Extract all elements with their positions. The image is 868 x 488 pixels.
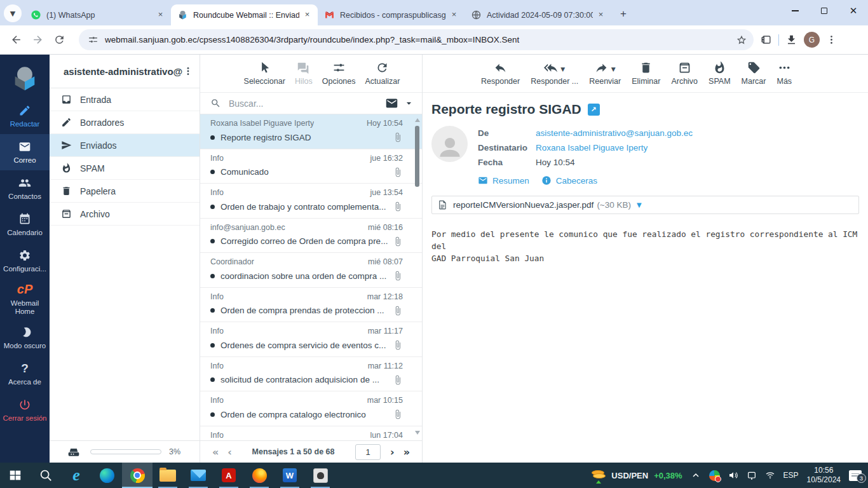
reload-icon[interactable]	[48, 29, 70, 51]
last-page-icon[interactable]: »	[399, 446, 414, 458]
taskbar-app[interactable]	[305, 463, 336, 488]
prev-page-icon[interactable]: ‹	[223, 446, 236, 458]
sidebar-item[interactable]: cP Webmail Home	[0, 279, 50, 320]
sidebar-item[interactable]: Modo oscuro	[0, 320, 50, 356]
folder-item[interactable]: Entrada	[50, 88, 200, 111]
notification-center-icon[interactable]: 3	[849, 470, 862, 481]
list-toolbar-button[interactable]: Actualizar	[365, 61, 400, 86]
header-value-to[interactable]: Roxana Isabel Piguave Iperty	[536, 143, 648, 152]
taskbar-app[interactable]	[183, 463, 214, 488]
omnibox[interactable]: webmail.sanjuan.gob.ec/cpsess1408826304/…	[79, 29, 754, 50]
site-settings-icon[interactable]	[88, 34, 98, 45]
forward-icon[interactable]	[27, 29, 48, 51]
header-value-from[interactable]: asistente-administrativo@sanjuan.gob.ec	[536, 128, 693, 138]
dropdown-caret-icon[interactable]: ▼	[611, 66, 616, 72]
browser-menu-icon[interactable]	[826, 34, 837, 45]
browser-tab[interactable]: Actividad 2024-05-09 07:30:00 ×	[465, 4, 611, 25]
display-device-icon[interactable]	[747, 470, 757, 480]
sidebar-item[interactable]: Calendario	[0, 207, 50, 243]
sidebar-item[interactable]: Contactos	[0, 170, 50, 207]
search-scope-envelope-icon[interactable]	[385, 97, 398, 110]
headers-link[interactable]: Cabeceras	[541, 175, 597, 186]
download-icon[interactable]	[785, 34, 797, 46]
message-row[interactable]: Info mar 11:17 Ordenes de compra servici…	[200, 322, 422, 357]
sidebar-item[interactable]: Redactar	[0, 98, 50, 134]
message-toolbar-button[interactable]: ▼ Responder	[481, 61, 520, 86]
browser-tab[interactable]: Roundcube Webmail :: Enviados ×	[171, 4, 318, 25]
tab-close-icon[interactable]: ×	[595, 10, 606, 20]
message-row[interactable]: Info jue 13:54 Orden de trabajo y contra…	[200, 184, 422, 219]
sidebar-item[interactable]: Cerrar sesión	[0, 392, 50, 428]
folder-item[interactable]: Borradores	[50, 111, 200, 134]
folder-menu-icon[interactable]	[183, 66, 193, 76]
message-toolbar-button[interactable]: ▼ Más	[776, 61, 792, 86]
attachment-name[interactable]: reporteICMVersionNueva2.jasper.pdf	[453, 200, 593, 210]
search-input[interactable]	[229, 98, 385, 109]
message-toolbar-button[interactable]: ▼ Responder ...	[531, 61, 578, 86]
taskbar-app[interactable]	[244, 463, 275, 488]
scrollbar-thumb[interactable]	[415, 126, 419, 187]
currency-ticker[interactable]: USD/PEN +0,38%	[592, 469, 682, 482]
tab-close-icon[interactable]: ×	[302, 10, 313, 20]
tab-close-icon[interactable]: ×	[155, 10, 166, 20]
message-row[interactable]: Coordinador mié 08:07 coordinacion sobre…	[200, 253, 422, 288]
taskbar-app[interactable]: e	[61, 463, 92, 488]
side-panel-icon[interactable]	[760, 34, 772, 46]
folder-item[interactable]: SPAM	[50, 157, 200, 180]
dropdown-caret-icon[interactable]: ▼	[560, 66, 565, 72]
back-icon[interactable]	[5, 29, 27, 51]
taskbar-app[interactable]: A	[214, 463, 244, 488]
close-button[interactable]: ✕	[839, 0, 868, 22]
message-row[interactable]: Roxana Isabel Piguave Iperty Hoy 10:54 R…	[200, 114, 422, 149]
profile-avatar[interactable]: G	[804, 32, 820, 48]
sidebar-item[interactable]: ? Acerca de	[0, 356, 50, 392]
message-row[interactable]: info@sanjuan.gob.ec mié 08:16 Corregido …	[200, 219, 422, 254]
message-row[interactable]: Info jue 16:32 Comunicado	[200, 149, 422, 184]
url-text[interactable]: webmail.sanjuan.gob.ec/cpsess1408826304/…	[105, 35, 736, 44]
folder-item[interactable]: Enviados	[50, 134, 200, 157]
message-toolbar-button[interactable]: ▼ Marcar	[742, 61, 766, 86]
message-toolbar-button[interactable]: ▼ SPAM	[709, 61, 731, 86]
message-row[interactable]: Info mar 12:18 Orden de compra prendas d…	[200, 288, 422, 323]
page-number-input[interactable]	[355, 444, 381, 460]
next-page-icon[interactable]: ›	[386, 446, 399, 458]
list-scrollbar[interactable]	[414, 116, 421, 437]
list-toolbar-button[interactable]: Seleccionar	[244, 61, 285, 86]
tray-expand-chevron-icon[interactable]	[691, 470, 701, 480]
browser-tab[interactable]: Recibidos - compraspublicasga ×	[318, 4, 465, 25]
attachment-menu-caret-icon[interactable]: ▼	[637, 201, 642, 208]
scroll-up-icon[interactable]	[415, 118, 420, 122]
summary-link[interactable]: Resumen	[478, 175, 529, 186]
first-page-icon[interactable]: «	[208, 446, 223, 458]
taskbar-app[interactable]	[31, 463, 61, 488]
folder-item[interactable]: Archivo	[50, 203, 200, 226]
message-toolbar-button[interactable]: ▼ Reenviar	[589, 61, 621, 86]
taskbar-clock[interactable]: 10:56 10/5/2024	[807, 466, 841, 485]
maximize-button[interactable]	[810, 0, 839, 22]
message-row[interactable]: Info mar 10:15 Orden de compra catalogo …	[200, 391, 422, 426]
taskbar-app[interactable]: W	[275, 463, 305, 488]
tab-search-caret-icon[interactable]: ▼	[4, 4, 22, 22]
keyboard-language[interactable]: ESP	[783, 471, 799, 480]
folder-item[interactable]: Papelera	[50, 180, 200, 203]
bookmark-star-icon[interactable]	[736, 34, 747, 46]
message-row[interactable]: Info lun 17:04	[200, 426, 422, 441]
taskbar-app[interactable]	[0, 463, 31, 488]
list-toolbar-button[interactable]: Hilos	[295, 61, 313, 86]
sidebar-item[interactable]: Correo	[0, 134, 50, 170]
taskbar-app[interactable]	[92, 463, 122, 488]
scroll-down-icon[interactable]	[415, 431, 420, 435]
taskbar-app[interactable]	[153, 463, 183, 488]
message-row[interactable]: Info mar 11:12 solicitud de contratacion…	[200, 357, 422, 392]
sidebar-item[interactable]: Configuraci...	[0, 243, 50, 279]
volume-icon[interactable]	[728, 470, 738, 480]
taskbar-app[interactable]	[122, 463, 153, 488]
message-toolbar-button[interactable]: ▼ Archivo	[671, 61, 698, 86]
attachment-bar[interactable]: reporteICMVersionNueva2.jasper.pdf (~30 …	[431, 196, 859, 214]
open-in-new-window-icon[interactable]: ↗	[588, 104, 600, 116]
browser-tab[interactable]: (1) WhatsApp ×	[24, 4, 171, 25]
list-toolbar-button[interactable]: Opciones	[322, 61, 356, 86]
search-options-chevron-icon[interactable]	[398, 98, 414, 109]
tab-close-icon[interactable]: ×	[449, 10, 459, 20]
new-tab-button[interactable]: +	[615, 6, 632, 22]
